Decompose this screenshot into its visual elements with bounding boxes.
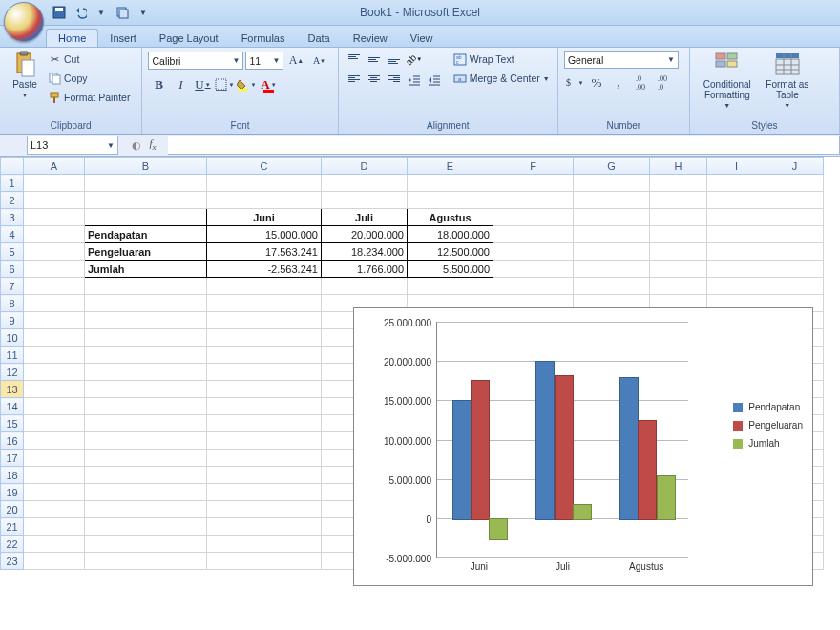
cell-I7[interactable]: [707, 278, 766, 295]
name-box[interactable]: L13▼: [27, 136, 118, 155]
copy-button[interactable]: Copy: [48, 70, 130, 87]
tab-insert[interactable]: Insert: [98, 30, 148, 47]
row-header-21[interactable]: 21: [1, 518, 24, 536]
cell-C21[interactable]: [207, 518, 322, 536]
cell-A6[interactable]: [24, 261, 85, 278]
cell-A14[interactable]: [24, 398, 85, 415]
format-as-table-button[interactable]: Format as Table▼: [763, 51, 812, 109]
cell-D1[interactable]: [322, 175, 408, 192]
orientation-button[interactable]: ab▼: [405, 51, 424, 68]
cell-F4[interactable]: [494, 226, 574, 243]
cell-H2[interactable]: [650, 192, 707, 209]
italic-button[interactable]: I: [170, 74, 191, 94]
col-header-C[interactable]: C: [207, 158, 322, 175]
comma-button[interactable]: ,: [608, 73, 629, 93]
col-header-A[interactable]: A: [24, 158, 85, 175]
align-left-button[interactable]: [345, 72, 364, 89]
decrease-indent-button[interactable]: [405, 72, 424, 89]
col-header-H[interactable]: H: [650, 158, 707, 175]
increase-decimal-button[interactable]: .0.00: [630, 73, 651, 93]
row-header-22[interactable]: 22: [1, 536, 24, 553]
align-bottom-button[interactable]: [385, 51, 404, 68]
cell-E2[interactable]: [408, 192, 494, 209]
format-painter-button[interactable]: Format Painter: [48, 89, 130, 106]
cell-C1[interactable]: [207, 175, 322, 192]
cell-B20[interactable]: [85, 501, 207, 518]
row-header-9[interactable]: 9: [1, 312, 24, 329]
cell-G4[interactable]: [574, 226, 650, 243]
cell-H3[interactable]: [650, 209, 707, 226]
row-header-10[interactable]: 10: [1, 329, 24, 346]
cell-G2[interactable]: [574, 192, 650, 209]
cell-E4[interactable]: 18.000.000: [408, 226, 494, 243]
tab-data[interactable]: Data: [296, 30, 341, 47]
row-header-19[interactable]: 19: [1, 484, 24, 501]
embedded-chart[interactable]: -5.000.00005.000.00010.000.00015.000.000…: [353, 307, 813, 586]
align-middle-button[interactable]: [365, 51, 384, 68]
cell-A13[interactable]: [24, 381, 85, 398]
cell-B21[interactable]: [85, 518, 207, 536]
cell-B3[interactable]: [85, 209, 207, 226]
cell-H1[interactable]: [650, 175, 707, 192]
underline-button[interactable]: U▼: [192, 74, 213, 94]
cell-A11[interactable]: [24, 346, 85, 364]
cell-A22[interactable]: [24, 536, 85, 553]
cell-C12[interactable]: [207, 364, 322, 381]
cell-J6[interactable]: [766, 261, 824, 278]
cell-I2[interactable]: [707, 192, 766, 209]
cell-C2[interactable]: [207, 192, 322, 209]
font-name-dropdown[interactable]: Calibri▼: [148, 52, 243, 70]
cell-B10[interactable]: [85, 329, 207, 346]
cell-C22[interactable]: [207, 536, 322, 553]
cell-A10[interactable]: [24, 329, 85, 346]
cut-button[interactable]: ✂Cut: [48, 51, 130, 68]
qat-dropdown-icon[interactable]: ▼: [94, 5, 109, 20]
cell-C16[interactable]: [207, 432, 322, 450]
decrease-decimal-button[interactable]: .00.0: [652, 73, 673, 93]
cell-A19[interactable]: [24, 484, 85, 501]
number-format-dropdown[interactable]: General▼: [564, 51, 679, 69]
cell-G7[interactable]: [574, 278, 650, 295]
cell-B18[interactable]: [85, 467, 207, 484]
col-header-D[interactable]: D: [322, 158, 408, 175]
cell-B8[interactable]: [85, 295, 207, 312]
conditional-formatting-button[interactable]: Conditional Formatting▼: [696, 51, 759, 109]
cell-C5[interactable]: 17.563.241: [207, 243, 322, 261]
cell-E5[interactable]: 12.500.000: [408, 243, 494, 261]
tab-home[interactable]: Home: [46, 29, 98, 47]
cell-F5[interactable]: [494, 243, 574, 261]
cell-D3[interactable]: Juli: [322, 209, 408, 226]
align-top-button[interactable]: [345, 51, 364, 68]
align-right-button[interactable]: [385, 72, 404, 89]
cell-I5[interactable]: [707, 243, 766, 261]
row-header-15[interactable]: 15: [1, 415, 24, 432]
merge-center-button[interactable]: aMerge & Center ▼: [453, 70, 550, 87]
cell-C14[interactable]: [207, 398, 322, 415]
office-button[interactable]: [4, 2, 44, 42]
row-header-20[interactable]: 20: [1, 501, 24, 518]
cell-B23[interactable]: [85, 553, 207, 570]
shrink-font-button[interactable]: A▼: [308, 51, 329, 71]
cell-H7[interactable]: [650, 278, 707, 295]
cell-B12[interactable]: [85, 364, 207, 381]
cell-I6[interactable]: [707, 261, 766, 278]
col-header-E[interactable]: E: [408, 158, 494, 175]
cell-A18[interactable]: [24, 467, 85, 484]
cell-C11[interactable]: [207, 346, 322, 364]
cell-C23[interactable]: [207, 553, 322, 570]
cell-B15[interactable]: [85, 415, 207, 432]
fill-color-button[interactable]: ▼: [236, 74, 257, 94]
cell-E6[interactable]: 5.500.000: [408, 261, 494, 278]
cell-J7[interactable]: [766, 278, 824, 295]
cell-C13[interactable]: [207, 381, 322, 398]
cell-B17[interactable]: [85, 450, 207, 467]
tab-formulas[interactable]: Formulas: [230, 30, 297, 47]
redo-icon[interactable]: [115, 5, 130, 20]
tab-review[interactable]: Review: [342, 30, 399, 47]
cell-I3[interactable]: [707, 209, 766, 226]
select-all-corner[interactable]: [1, 158, 24, 175]
cell-J5[interactable]: [766, 243, 824, 261]
row-header-2[interactable]: 2: [1, 192, 24, 209]
tab-view[interactable]: View: [399, 30, 445, 47]
qat-customize-icon[interactable]: ▼: [136, 5, 151, 20]
